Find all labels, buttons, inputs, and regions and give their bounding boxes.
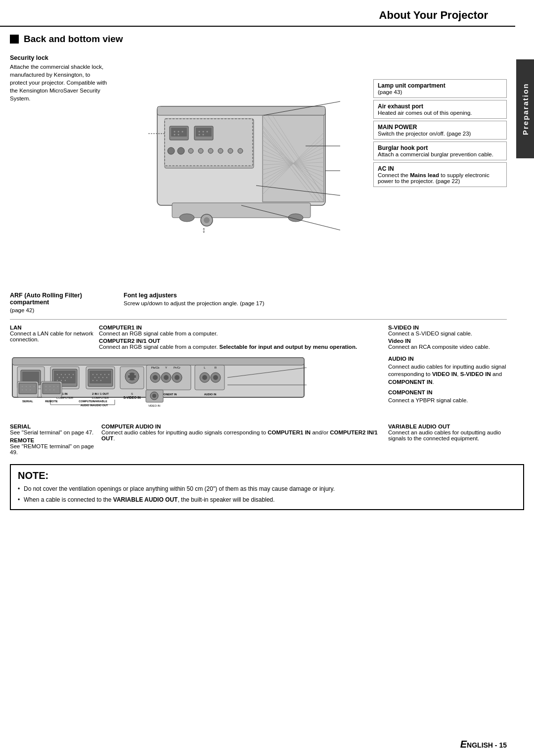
svg-point-102 [98,377,99,378]
svg-text:VIDEO IN: VIDEO IN [148,404,160,407]
page-footer: ENGLISH - 15 [460,739,507,750]
svg-text:Pr/Cr: Pr/Cr [174,366,180,369]
air-text: Heated air comes out of this opening. [378,110,502,116]
svideo-label: S-VIDEO IN [388,325,507,331]
svg-point-83 [73,374,74,375]
port-section: LAN Connect a LAN cable for network conn… [10,325,507,455]
svg-point-88 [57,380,58,381]
svg-point-132 [202,375,207,380]
computer1-text: Connect an RGB signal cable from a compu… [99,331,383,336]
svg-point-150 [30,389,31,390]
svg-point-160 [53,389,54,390]
videoin-text: Connect an RCA composite video cable. [388,344,507,350]
note-item-1: Do not cover the ventilation openings or… [18,484,516,493]
spacer-right [373,292,507,313]
power-text: Switch the projector on/off. (page 23) [378,131,502,137]
svg-point-125 [175,375,179,380]
svg-point-82 [69,374,70,375]
svg-point-106 [96,380,97,381]
svg-point-157 [57,386,58,387]
svg-point-146 [30,386,31,387]
svg-point-59 [179,214,194,222]
projector-svg: ↕ [142,87,340,250]
lan-text: Connect a LAN cable for network connecti… [10,331,94,342]
lamp-label: Lamp unit compartment [378,82,502,89]
svg-point-50 [168,147,175,154]
burglar-text: Attach a commercial burglar prevention c… [378,151,502,157]
svg-text:R: R [215,366,217,369]
note-item-2: When a cable is connected to the VARIABL… [18,495,516,504]
footer-text: NGLISH - 15 [467,741,507,749]
bottom-labels-row: SERIAL See "Serial terminal" on page 47.… [10,424,507,455]
svg-point-62 [204,217,210,223]
svg-point-38 [174,131,175,133]
svg-point-148 [22,389,23,390]
svg-text:S-VIDEO IN: S-VIDEO IN [123,396,140,399]
svg-text:AUDIO IN: AUDIO IN [81,404,93,407]
computer-callout: COMPUTER1 IN Connect an RGB signal cable… [99,325,383,350]
componentin-text: Connect a YPBPR signal cable. [388,397,468,403]
svg-point-104 [106,377,107,378]
security-lock-callout: Security lock Attache the commercial sha… [10,49,109,287]
svg-point-89 [61,380,62,381]
svg-point-112 [128,373,136,380]
svg-point-144 [22,386,23,387]
svg-point-42 [178,134,179,136]
svg-point-114 [134,374,136,376]
svg-point-101 [94,377,95,378]
ac-callout: AC IN Connect the Mains lead to supply e… [373,162,507,187]
audioin-callout: AUDIO IN Connect audio cables for inputt… [388,355,507,386]
serial-text: See "Serial terminal" on page 47. [10,429,94,435]
burglar-callout: Burglar hook port Attach a commercial bu… [373,142,507,160]
svg-point-80 [61,374,62,375]
svg-point-155 [49,386,50,387]
svg-point-159 [49,389,50,390]
lamp-text: (page 43) [378,89,502,95]
svg-rect-71 [12,358,304,365]
svg-point-103 [102,377,103,378]
svg-point-86 [67,377,68,378]
svg-rect-35 [165,119,253,166]
svg-point-96 [92,374,93,375]
audioin-text: Connect audio cables for inputting audio… [388,364,506,385]
port-panel-diagram: LAN 1 IN CO [10,353,388,419]
svg-point-113 [129,374,130,376]
svg-rect-143 [19,383,37,394]
page-header: About Your Projector [0,0,515,27]
power-label: MAIN POWER [378,124,502,131]
svg-text:VARIABLE: VARIABLE [93,400,107,403]
comp-audio-label: COMPUTER AUDIO IN [101,424,381,429]
componentin-label: COMPONENT IN [388,389,432,395]
main-content: Security lock Attache the commercial sha… [10,49,507,455]
svg-rect-95 [89,371,111,383]
svg-point-49 [202,134,204,136]
svideo-text: Connect a S-VIDEO signal cable. [388,331,507,336]
arf-text: (page 42) [10,307,109,313]
computer1-label: COMPUTER1 IN [99,325,383,331]
svg-rect-1 [157,106,325,115]
port-panel-svg: LAN 1 IN CO [10,353,307,417]
svg-point-53 [198,148,203,153]
svg-point-46 [202,131,204,133]
svg-point-45 [198,131,200,133]
projector-diagram: ↕ [109,49,373,287]
svg-point-149 [26,389,27,390]
svg-text:2 IN / 1 OUT: 2 IN / 1 OUT [92,392,109,395]
variable-audio-callout: VARIABLE AUDIO OUT Connect an audio cabl… [388,424,507,455]
section-title: Back and bottom view [24,34,123,45]
var-audio-text: Connect an audio cables for outputting a… [388,429,507,441]
arf-callout: ARF (Auto Rolling Filter) compartment (p… [10,292,109,313]
serial-label: SERIAL [10,424,94,429]
divider [10,319,507,320]
svg-point-98 [100,374,101,375]
svg-text:REMOTE: REMOTE [45,400,58,403]
svg-point-156 [53,386,54,387]
font-leg-text: Screw up/down to adjust the projection a… [124,300,358,306]
svg-text:Pb/Cb: Pb/Cb [151,366,160,369]
note-box: NOTE: Do not cover the ventilation openi… [10,464,524,510]
svg-point-90 [65,380,66,381]
svg-point-115 [129,378,130,379]
svg-point-116 [134,378,136,379]
page-title: About Your Projector [0,9,488,22]
audioin-label: AUDIO IN [388,356,414,362]
